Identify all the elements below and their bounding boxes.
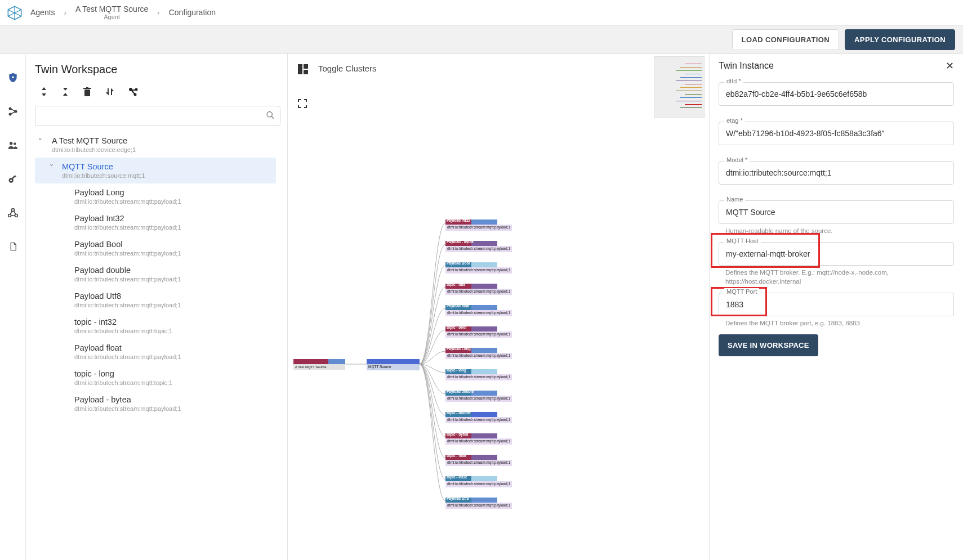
graph-node-stream[interactable]: Payload Int32dtmi:io:tributech:stream:mq… (445, 219, 512, 231)
svg-marker-20 (42, 93, 46, 96)
svg-line-9 (11, 112, 15, 114)
graph-node-stream[interactable]: Payload Utf8dtmi:io:tributech:stream:mqt… (445, 498, 512, 509)
breadcrumb-source-sub: Agent (104, 14, 120, 20)
tree-item-title: Payload float (74, 343, 270, 352)
mqtt-host-input[interactable] (719, 242, 954, 266)
dtid-input[interactable] (719, 82, 954, 106)
clusters-icon[interactable] (298, 64, 308, 74)
search-icon[interactable] (266, 111, 275, 122)
instance-title: Twin Instance (719, 61, 774, 71)
field-etag: etag * (719, 122, 954, 145)
graph-node-stream[interactable]: Payload - byteadtmi:io:tributech:stream:… (445, 241, 512, 252)
nav-sidebar (0, 54, 26, 560)
field-dtid: dtId * (719, 82, 954, 106)
apply-configuration-button[interactable]: APPLY CONFIGURATION (845, 29, 955, 50)
breadcrumb-source[interactable]: A Test MQTT Source Agent (75, 5, 148, 20)
svg-marker-19 (42, 87, 46, 90)
app-logo[interactable] (7, 5, 23, 21)
graph-node-stream[interactable]: topic - utf8dtmi:io:tributech:stream:mqt… (445, 284, 512, 295)
field-hint: Defines the MQTT broker port, e.g. 1883,… (719, 319, 954, 328)
chevron-right-icon: › (64, 8, 66, 17)
field-label: MQTT Port (724, 288, 759, 295)
svg-line-8 (11, 109, 15, 111)
graph-node-stream[interactable]: topic - longdtmi:io:tributech:stream:mqt… (445, 369, 512, 380)
etag-input[interactable] (719, 122, 954, 145)
graph-node-stream[interactable]: topic - int32dtmi:io:tributech:stream:mq… (445, 476, 512, 487)
expand-collapse-icon[interactable] (41, 87, 47, 98)
graph-canvas[interactable]: A Test MQTT Source MQTT Source Payload I… (288, 113, 709, 560)
chevron-down-icon[interactable]: ˅ (38, 137, 42, 146)
tree-item[interactable]: Payload Utf8dtmi:io:tributech:stream:mqt… (35, 287, 276, 313)
graph-node-source[interactable]: MQTT Source (367, 359, 420, 370)
close-icon[interactable]: ✕ (946, 60, 954, 72)
graph-node-stream[interactable]: Payload Booldtmi:io:tributech:stream:mqt… (445, 262, 512, 274)
toggle-clusters-label[interactable]: Toggle Clusters (318, 64, 376, 73)
graph-node-stream[interactable]: Payload floatdtmi:io:tributech:stream:mq… (445, 305, 512, 316)
tree-item[interactable]: Payload Booldtmi:io:tributech:stream:mqt… (35, 235, 276, 261)
svg-rect-25 (86, 87, 88, 88)
tree-item[interactable]: Payload Int32dtmi:io:tributech:stream:mq… (35, 209, 276, 235)
workspace-tree: ˅ A Test MQTT Source dtmi:io:tributech:d… (35, 132, 280, 560)
tree-root-item[interactable]: ˅ A Test MQTT Source dtmi:io:tributech:d… (35, 132, 276, 158)
graph-node-stream[interactable]: Payload Longdtmi:io:tributech:stream:mqt… (445, 348, 512, 359)
webhook-icon[interactable] (7, 207, 19, 218)
tree-item-subtitle: dtmi:io:tributech:stream:mqtt:payload;1 (74, 198, 270, 205)
field-label: dtId * (724, 78, 743, 84)
breadcrumb-configuration[interactable]: Configuration (169, 8, 216, 17)
tree-item-subtitle: dtmi:io:tributech:stream:mqtt:payload;1 (74, 250, 270, 257)
svg-point-11 (14, 142, 16, 145)
tree-item[interactable]: topic - int32dtmi:io:tributech:stream:mq… (35, 313, 276, 339)
workspace-toolbar (35, 86, 280, 106)
twin-instance-panel: Twin Instance ✕ dtId * etag * Model * Na… (710, 54, 963, 560)
breadcrumb-agents[interactable]: Agents (30, 8, 55, 17)
svg-line-32 (271, 117, 274, 119)
minimap[interactable] (654, 56, 705, 118)
tree-item-title: topic - long (74, 369, 270, 378)
tree-item[interactable]: Payload floatdtmi:io:tributech:stream:mq… (35, 339, 276, 365)
tree-item[interactable]: Payload Longdtmi:io:tributech:stream:mqt… (35, 183, 276, 209)
model-input[interactable] (719, 161, 954, 185)
svg-marker-21 (63, 88, 68, 91)
twin-workspace-panel: Twin Workspace ˅ A Test MQTT Source dtmi… (26, 54, 288, 560)
document-icon[interactable] (7, 241, 19, 252)
svg-rect-23 (84, 89, 90, 96)
save-in-workspace-button[interactable]: SAVE IN WORKSPACE (719, 334, 818, 356)
canvas-toolbar: Toggle Clusters (288, 54, 709, 113)
tree-item-title: Payload double (74, 266, 270, 275)
tree-item[interactable]: Payload - byteadtmi:io:tributech:stream:… (35, 391, 276, 416)
graph-node-stream[interactable]: topic - doubledtmi:io:tributech:stream:m… (445, 412, 512, 423)
svg-point-4 (12, 77, 14, 78)
tree-item[interactable]: topic - longdtmi:io:tributech:stream:mqt… (35, 365, 276, 391)
search-input[interactable] (35, 106, 280, 126)
tree-item-subtitle: dtmi:io:tributech:stream:mqtt:payload;1 (74, 276, 270, 283)
top-bar: Agents › A Test MQTT Source Agent › Conf… (0, 0, 963, 26)
sort-icon[interactable] (106, 87, 114, 98)
svg-point-13 (10, 180, 12, 181)
key-icon[interactable] (7, 173, 19, 185)
collapse-all-icon[interactable] (62, 87, 69, 98)
name-input[interactable] (719, 200, 954, 224)
share-nodes-icon[interactable] (7, 106, 19, 117)
graph-node-root[interactable]: A Test MQTT Source (293, 359, 345, 370)
graph-node-stream[interactable]: topic - floatdtmi:io:tributech:stream:mq… (445, 455, 512, 466)
chevron-down-icon[interactable]: ˅ (50, 163, 54, 172)
graph-node-stream[interactable]: Payload doubledtmi:io:tributech:stream:m… (445, 391, 512, 402)
field-name: Name Human-readable name of the source. (719, 200, 954, 235)
load-configuration-button[interactable]: LOAD CONFIGURATION (732, 29, 839, 50)
fullscreen-icon[interactable] (298, 99, 308, 109)
mqtt-port-input[interactable] (719, 293, 954, 316)
field-label: MQTT Host (724, 238, 761, 244)
users-icon[interactable] (7, 140, 19, 151)
workspace-title: Twin Workspace (35, 63, 280, 76)
field-hint: Defines the MQTT broker. E.g.: mqtt://no… (719, 268, 954, 286)
tree-item[interactable]: Payload doubledtmi:io:tributech:stream:m… (35, 261, 276, 287)
shield-icon[interactable] (7, 72, 19, 83)
graph-node-stream[interactable]: topic - byteadtmi:io:tributech:stream:mq… (445, 433, 512, 445)
svg-rect-35 (304, 70, 308, 74)
trash-icon[interactable] (83, 87, 91, 98)
graph-icon[interactable] (128, 87, 139, 98)
field-label: Model * (724, 156, 750, 163)
tree-item-mqtt-source[interactable]: ˅ MQTT Source dtmi:io:tributech:source:m… (35, 158, 276, 183)
field-model: Model * (719, 161, 954, 185)
graph-node-stream[interactable]: topic - booldtmi:io:tributech:stream:mqt… (445, 326, 512, 338)
